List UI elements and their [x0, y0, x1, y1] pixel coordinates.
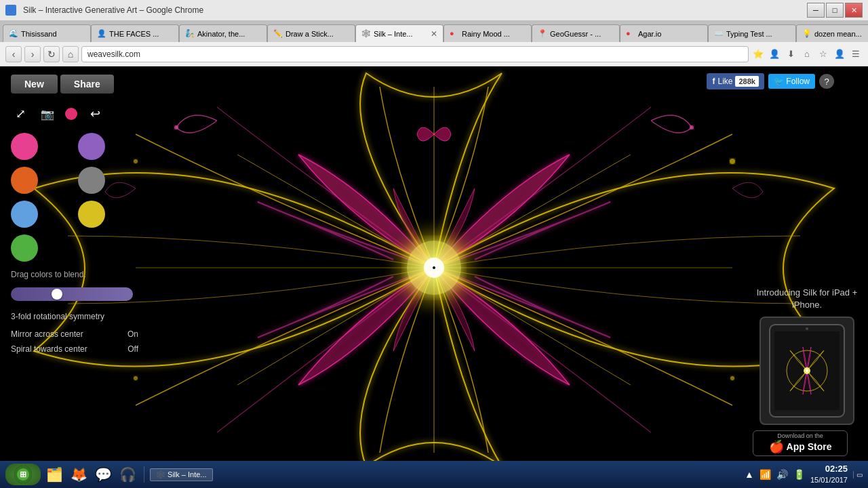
menu-icon[interactable]: ☰: [849, 47, 863, 61]
help-button[interactable]: ?: [819, 74, 834, 89]
close-button[interactable]: ✕: [845, 3, 863, 18]
facebook-like-button[interactable]: f Like 288k: [707, 73, 764, 89]
maximize-button[interactable]: □: [826, 3, 844, 18]
taskbar-skype-icon[interactable]: 💬: [92, 464, 114, 485]
shuffle-icon[interactable]: ⤢: [11, 104, 30, 123]
active-color-indicator[interactable]: [65, 108, 77, 120]
tw-bird-icon: 🐦: [774, 77, 784, 86]
share-button[interactable]: Share: [60, 75, 114, 94]
spiral-label: Spiral towards center: [11, 344, 87, 354]
tab-favicon: 👤: [97, 29, 106, 39]
slider-thumb: [52, 289, 62, 300]
color-blue[interactable]: [11, 201, 38, 228]
fb-count: 288k: [735, 76, 758, 87]
minimize-button[interactable]: ─: [807, 3, 825, 18]
color-orange[interactable]: [11, 167, 38, 194]
address-text: weavesilk.com: [87, 49, 140, 59]
tab-favicon: 📍: [538, 29, 547, 39]
twitter-follow-button[interactable]: 🐦 Follow: [768, 74, 815, 89]
taskbar-explorer-icon[interactable]: 🗂️: [43, 464, 65, 485]
nav-bar: ‹ › ↻ ⌂ weavesilk.com ⭐ 👤 ⬇ ⌂ ☆ 👤 ☰: [0, 42, 868, 66]
title-bar: Silk – Interactive Generative Art – Goog…: [0, 0, 868, 20]
tab-agar[interactable]: ● Agar.io: [620, 24, 708, 42]
apple-icon: 🍎: [769, 439, 784, 454]
tab-akinator[interactable]: 🧞 Akinator, the...: [179, 24, 267, 42]
bookmark2-icon[interactable]: ☆: [816, 47, 830, 61]
ipad-preview: [760, 317, 854, 425]
color-pink[interactable]: [11, 133, 38, 160]
show-desktop-icon[interactable]: ▭: [853, 471, 863, 479]
spiral-value[interactable]: Off: [127, 344, 138, 354]
tw-follow-label: Follow: [786, 77, 810, 86]
forward-button[interactable]: ›: [24, 46, 41, 62]
tab-typing[interactable]: ⌨️ Typing Test ...: [708, 24, 796, 42]
person-icon[interactable]: 👤: [768, 47, 781, 61]
tab-favicon: 🌊: [9, 29, 18, 39]
tray-battery-icon[interactable]: 🔋: [793, 469, 805, 480]
tab-favicon: ●: [450, 29, 459, 39]
tab-favicon: 💡: [802, 29, 812, 39]
clock: 02:25 15/01/2017: [810, 464, 848, 485]
tab-bar: 🌊 Thisissand 👤 THE FACES ... 🧞 Akinator,…: [0, 20, 868, 42]
home-button[interactable]: ⌂: [62, 46, 79, 62]
left-panel: New Share ⤢ 📷 ↩ Drag colors to blend.: [0, 66, 149, 470]
svg-point-16: [730, 376, 734, 380]
tab-dozen[interactable]: 💡 dozen mean...: [796, 24, 868, 42]
taskbar-media-icon[interactable]: 🎧: [117, 464, 138, 485]
tab-silk[interactable]: 🕸️ Silk – Inte... ✕: [355, 24, 443, 42]
tab-label: Rainy Mood ...: [462, 30, 526, 38]
tab-close-icon[interactable]: ✕: [431, 29, 437, 39]
tab-favicon: 🕸️: [361, 29, 371, 39]
taskbar-tray: ▲ 📶 🔊 🔋 02:25 15/01/2017 ▭: [745, 464, 863, 485]
color-purple[interactable]: [78, 133, 105, 160]
fb-icon: f: [712, 77, 715, 86]
slider-container: [11, 287, 138, 301]
taskbar-firefox-icon[interactable]: 🦊: [68, 464, 90, 485]
tab-geo[interactable]: 📍 GeoGuessr - ...: [532, 24, 620, 42]
clock-date: 15/01/2017: [810, 475, 848, 485]
tab-faces[interactable]: 👤 THE FACES ...: [91, 24, 179, 42]
drag-hint: Drag colors to blend.: [11, 270, 138, 279]
tab-favicon: ⌨️: [714, 29, 724, 39]
appstore-bottom-row: 🍎 App Store: [769, 439, 832, 454]
taskbar-active-window[interactable]: 🕸️ Silk – Inte...: [150, 468, 213, 481]
tab-thisissand[interactable]: 🌊 Thisissand: [3, 24, 91, 42]
tray-network-icon[interactable]: 📶: [760, 469, 771, 480]
color-yellow[interactable]: [78, 201, 105, 228]
panel-buttons: New Share: [11, 75, 138, 94]
profile-icon[interactable]: 👤: [833, 47, 846, 61]
color-gray[interactable]: [78, 167, 105, 194]
tray-volume-icon[interactable]: 🔊: [776, 469, 788, 480]
start-button[interactable]: ⊞: [5, 464, 41, 485]
tab-rainy[interactable]: ● Rainy Mood ...: [443, 24, 532, 42]
home2-icon[interactable]: ⌂: [800, 47, 814, 61]
new-button[interactable]: New: [11, 75, 58, 94]
mirror-value[interactable]: On: [127, 329, 138, 339]
reload-button[interactable]: ↻: [43, 46, 60, 62]
color-green[interactable]: [11, 235, 38, 262]
tab-draw[interactable]: ✏️ Draw a Stick...: [267, 24, 355, 42]
spiral-toggle-row: Spiral towards center Off: [11, 344, 138, 354]
tray-arrow-icon[interactable]: ▲: [745, 469, 754, 480]
address-bar[interactable]: weavesilk.com: [81, 46, 749, 62]
promo-panel: Introducing Silk for iPad + iPhone.: [753, 287, 861, 456]
color-palette: [11, 133, 138, 262]
undo-icon[interactable]: ↩: [85, 104, 104, 123]
tab-label: Thisissand: [21, 30, 85, 38]
browser-icon: [5, 5, 16, 16]
back-button[interactable]: ‹: [5, 46, 22, 62]
appstore-bottom-text: App Store: [787, 441, 832, 452]
social-bar: f Like 288k 🐦 Follow ?: [707, 73, 834, 89]
clock-time: 02:25: [810, 464, 848, 475]
camera-icon[interactable]: 📷: [38, 104, 57, 123]
download-icon[interactable]: ⬇: [784, 47, 797, 61]
main-content[interactable]: New Share ⤢ 📷 ↩ Drag colors to blend.: [0, 66, 868, 470]
svg-point-18: [174, 125, 178, 129]
tab-label: Typing Test ...: [726, 30, 790, 38]
tab-label: dozen mean...: [814, 30, 868, 38]
mirror-label: Mirror across center: [11, 329, 83, 339]
bookmark-icon[interactable]: ⭐: [751, 47, 765, 61]
symmetry-slider[interactable]: [11, 287, 133, 301]
appstore-button[interactable]: Download on the 🍎 App Store: [753, 430, 848, 456]
symmetry-label: 3-fold rotational symmetry: [11, 312, 138, 321]
